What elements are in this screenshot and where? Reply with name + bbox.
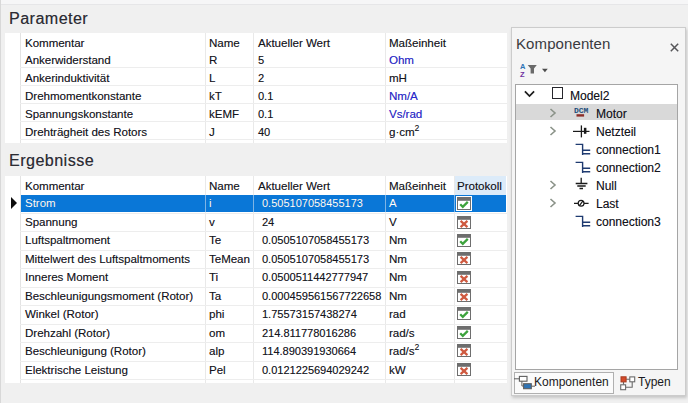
svg-text:Z: Z (520, 70, 525, 79)
svg-text:DCM: DCM (574, 106, 589, 115)
